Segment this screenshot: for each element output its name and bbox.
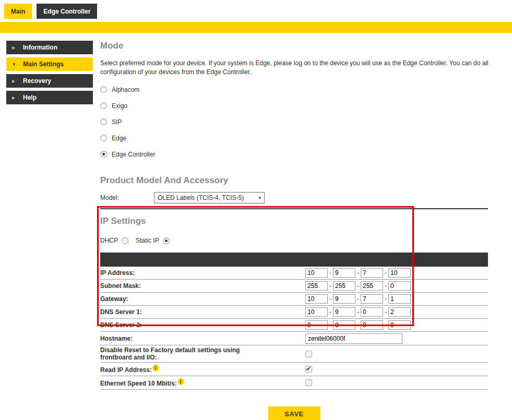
tab-edge-controller[interactable]: Edge Controller [37,4,97,19]
sidebar-item-recovery[interactable]: ▶ Recovery [6,74,93,88]
dns2-octet-2[interactable] [333,320,355,330]
disable-reset-row: Disable Reset to Factory default setting… [100,345,488,363]
dns1-octet-3[interactable] [361,307,383,317]
sidebar-item-help[interactable]: ▶ Help [6,91,93,104]
octet-separator: - [357,269,359,277]
octet-separator: - [357,282,359,290]
hostname-input[interactable] [305,333,402,344]
sidebar-item-label: Main Settings [23,61,64,68]
mode-description: Select preferred mode for your device. I… [100,59,503,77]
ethernet-speed-row: Ethernet Speed 10 Mbit/s:i [100,376,488,390]
gateway-octet-2[interactable] [333,294,355,304]
static-ip-radio[interactable] [163,237,170,244]
row-label: DNS Server 2: [100,321,305,329]
radio-label: Alphacom [112,86,139,93]
radio-checked-icon[interactable] [100,151,107,158]
octet-separator: - [385,269,387,277]
dhcp-radio[interactable] [122,237,128,244]
save-button[interactable]: SAVE [268,406,320,420]
subnet-octet-1[interactable] [305,281,328,291]
dns2-octet-4[interactable] [388,320,411,330]
dns1-octet-2[interactable] [333,307,355,317]
model-row: Model: OLED Labels (TCIS-4, TCIS-5) ▾ [100,192,488,203]
read-ip-checkbox[interactable] [305,366,312,373]
tab-main[interactable]: Main [4,4,32,19]
disable-reset-checkbox[interactable] [305,351,312,357]
read-ip-row: Read IP Address:i [100,363,488,376]
info-icon[interactable]: i [152,365,159,371]
octet-separator: - [329,321,331,329]
octet-separator: - [329,269,331,277]
model-select-value: OLED Labels (TCIS-4, TCIS-5) [158,194,258,201]
model-label: Model: [100,194,154,201]
dns1-octet-4[interactable] [388,307,411,317]
section-divider [100,208,488,209]
radio-icon[interactable] [100,135,107,141]
info-icon[interactable]: i [177,378,184,385]
hostname-label: Hostname: [100,335,305,342]
octet-separator: - [329,308,331,316]
row-label: DNS Server 1: [100,308,305,316]
ethernet-speed-label: Ethernet Speed 10 Mbit/s:i [100,378,305,387]
dns2-row: DNS Server 2: - - - [100,319,488,332]
subnet-octet-4[interactable] [388,281,411,291]
radio-option-sip[interactable]: SIP [100,114,488,130]
radio-icon[interactable] [100,118,107,125]
row-label: Gateway: [100,295,305,303]
mode-radio-group: Alphacom Exigo SIP Edge Edge Controller [100,81,488,162]
product-section-title: Product Model And Accessory [100,175,488,186]
read-ip-label-text: Read IP Address: [100,366,152,374]
sidebar-item-label: Recovery [23,77,51,85]
ip-mode-radio-row: DHCP Static IP [100,236,488,245]
sidebar-item-information[interactable]: ▶ Information [6,41,93,54]
dns1-octet-1[interactable] [305,307,328,317]
ip-octet-3[interactable] [361,268,383,278]
ethernet-speed-checkbox[interactable] [305,379,312,386]
hostname-row: Hostname: [100,332,488,345]
radio-option-edge-controller[interactable]: Edge Controller [100,146,488,162]
gateway-row: Gateway: - - - [100,293,488,306]
radio-label: Edge [112,135,126,142]
dns2-octet-3[interactable] [361,320,383,330]
model-select[interactable]: OLED Labels (TCIS-4, TCIS-5) ▾ [154,192,265,203]
radio-label: Exigo [112,102,127,110]
chevron-right-icon: ▶ [12,95,19,100]
radio-label: SIP [112,118,122,126]
dns2-octet-1[interactable] [305,320,328,330]
radio-label: Edge Controller [112,151,155,158]
ethernet-speed-label-text: Ethernet Speed 10 Mbit/s: [100,380,177,387]
gateway-octet-1[interactable] [305,294,328,304]
ip-octet-2[interactable] [333,268,355,278]
ip-octet-4[interactable] [388,268,411,278]
subnet-mask-row: Subnet Mask: - - - [100,280,488,293]
radio-icon[interactable] [100,86,107,93]
chevron-right-icon: ▶ [12,79,19,83]
octet-separator: - [357,295,359,303]
ip-address-row: IP Address: - - - [100,267,488,280]
octet-separator: - [385,308,387,316]
row-label: Subnet Mask: [100,282,305,290]
static-ip-label: Static IP [136,237,159,244]
ip-settings-title: IP Settings [100,216,488,226]
radio-option-exigo[interactable]: Exigo [100,98,488,114]
radio-option-alphacom[interactable]: Alphacom [100,81,488,98]
octet-separator: - [385,282,387,290]
gateway-octet-3[interactable] [361,294,383,304]
table-header-bar [100,253,488,267]
ip-octet-1[interactable] [305,268,328,278]
sidebar-item-main-settings[interactable]: ▼ Main Settings [6,57,93,71]
mode-section-title: Mode [100,41,488,51]
sidebar-item-label: Information [23,44,57,51]
disable-reset-label-text: Disable Reset to Factory default setting… [100,346,249,361]
gateway-octet-4[interactable] [388,294,411,304]
subnet-octet-2[interactable] [333,281,355,291]
radio-icon[interactable] [100,102,107,109]
chevron-right-icon: ▶ [12,45,19,50]
chevron-down-icon: ▼ [12,62,19,67]
octet-separator: - [329,282,331,290]
radio-option-edge[interactable]: Edge [100,130,488,146]
octet-separator: - [357,308,359,316]
disable-reset-label: Disable Reset to Factory default setting… [100,346,305,361]
subnet-octet-3[interactable] [361,281,383,291]
sidebar-item-label: Help [23,94,37,101]
